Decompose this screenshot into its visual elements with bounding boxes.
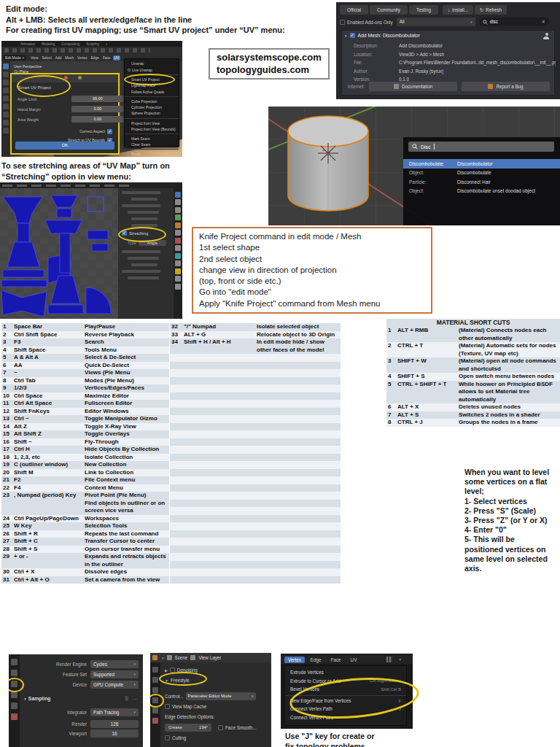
- uv-menu-item[interactable]: Cylinder Projection: [125, 104, 179, 111]
- chevron-down-icon: ▾: [23, 55, 25, 60]
- vertex-menu-item[interactable]: Connect Vertex Pairs: [285, 713, 406, 722]
- checkbox-icon[interactable]: [165, 704, 170, 709]
- workspace-tab[interactable]: Scripting: [86, 42, 99, 46]
- vertex-menu-item[interactable]: New Edge/Face from Vertices F: [285, 695, 406, 705]
- freestyle-row[interactable]: ▼Freestyle: [165, 678, 190, 683]
- vertex-menu-item[interactable]: Extrude Vertices: [285, 668, 406, 677]
- menu-tab[interactable]: Edge: [307, 657, 325, 663]
- ok-button[interactable]: OK: [15, 142, 114, 150]
- uv-menu-item[interactable]: Follow Active Quads: [125, 88, 179, 95]
- addon-tab[interactable]: Community: [370, 5, 408, 15]
- checkbox-icon[interactable]: [165, 735, 170, 740]
- field-value[interactable]: 66.00: [71, 96, 124, 102]
- uv-menu-item-label: Reset: [131, 152, 141, 156]
- shortcut-function: (Material) open all node commands and sh…: [458, 357, 560, 373]
- link-topologyguides[interactable]: topologyguides.com: [217, 64, 322, 77]
- field-value[interactable]: 0.00: [71, 106, 124, 112]
- menu-item[interactable]: View: [29, 55, 39, 61]
- dialog-check-row[interactable]: Correct Aspect ✓: [68, 128, 112, 135]
- row-number: 12: [1, 408, 13, 416]
- workspace-tab[interactable]: +: [106, 42, 108, 46]
- addon-enabled-checkbox[interactable]: ✓: [350, 33, 355, 38]
- close-icon[interactable]: ✕: [541, 18, 545, 26]
- mode-select[interactable]: Edit Mode▾: [3, 55, 26, 61]
- vertex-menu-item[interactable]: Extrude to Cursor or Add Ctrl Right Mous…: [285, 677, 406, 686]
- uv-menu-item[interactable]: Clear Seam: [125, 142, 179, 148]
- row-number: [170, 400, 183, 408]
- expand-triangle-icon[interactable]: ▾: [345, 34, 347, 38]
- install-button[interactable]: ↓Install...: [443, 5, 473, 15]
- search-result-row[interactable]: Particle: Disconnect Hair: [403, 177, 560, 187]
- property-select[interactable]: GPU Compute▾: [90, 681, 139, 689]
- culling-row[interactable]: Culling: [165, 735, 186, 740]
- uv-menu-item[interactable]: Cube Projection: [125, 96, 179, 104]
- uv-menu-item[interactable]: Live Unwrap: [125, 67, 179, 74]
- documentation-button[interactable]: Documentation: [369, 82, 457, 91]
- enabled-addons-checkbox[interactable]: Enabled Add-ons Only: [340, 20, 393, 25]
- menu-tab[interactable]: Vertex: [284, 657, 305, 663]
- vertex-menu-item[interactable]: Connect Vertex Path J: [285, 705, 406, 713]
- uv-menu-item[interactable]: Project from View (Bounds): [125, 125, 179, 132]
- checkbox-icon[interactable]: [340, 20, 345, 25]
- menu-item[interactable]: Face: [101, 55, 112, 61]
- uv-menu-item[interactable]: Sphere Projection: [125, 110, 179, 117]
- checked-checkbox-icon[interactable]: ✓: [122, 231, 127, 236]
- number-field[interactable]: 128: [90, 720, 139, 728]
- preset-list-icon[interactable]: ☰ ⋯: [125, 696, 139, 701]
- denoising-row[interactable]: ▶Denoising: [165, 667, 198, 673]
- checkbox-icon[interactable]: [170, 667, 175, 673]
- search-result-row[interactable]: Discombobulate: Discombobulator: [403, 159, 560, 169]
- property-select[interactable]: Supported▾: [90, 670, 139, 678]
- category-filter-select[interactable]: All▾: [397, 18, 475, 26]
- addon-tab[interactable]: Testing: [409, 5, 438, 15]
- checkbox-icon[interactable]: [218, 725, 223, 730]
- uv-menu-item[interactable]: Reset: [125, 149, 179, 157]
- workspace-tab[interactable]: Animation: [20, 42, 35, 46]
- uv-menu-item[interactable]: Project from View: [125, 118, 179, 126]
- addon-header[interactable]: ▾ ✓ Add Mesh: Discombobulator: [345, 33, 420, 38]
- addon-search-input[interactable]: disc ✕: [479, 18, 549, 26]
- search-result-row[interactable]: Object: Discombobulate unset doodad obje…: [403, 187, 560, 196]
- control-mode-select[interactable]: Parameter Editor Mode▾: [186, 692, 256, 700]
- field-value[interactable]: 0.00: [71, 116, 124, 123]
- stretching-toggle[interactable]: ✓ Stretching: [122, 231, 170, 236]
- cylinder-object[interactable]: [276, 108, 385, 225]
- vertex-menu-item[interactable]: Bevel Vertices Shift Ctrl B: [285, 685, 406, 694]
- search-result-row[interactable]: Object: Discombobulate: [403, 169, 560, 178]
- uv-menu-item[interactable]: Unwrap: [125, 61, 179, 67]
- chevron-down-icon: ▾: [133, 670, 136, 678]
- addon-tab[interactable]: Official: [340, 5, 368, 15]
- uv-menu-item[interactable]: Mark Seam: [125, 133, 179, 142]
- menu-item[interactable]: Vertex: [76, 55, 89, 61]
- uv-menu-item[interactable]: Smart UV Project: [125, 74, 179, 82]
- menu-item[interactable]: Mesh: [63, 55, 75, 61]
- collapsed-triangle-icon[interactable]: ▶: [165, 668, 168, 673]
- menu-item[interactable]: Add: [54, 55, 63, 61]
- viewport-search-input[interactable]: Disc: [408, 142, 554, 152]
- report-bug-button[interactable]: Report a Bug: [462, 82, 550, 91]
- view-map-cache-row[interactable]: View Map Cache: [165, 704, 207, 709]
- property-select[interactable]: Cycles▾: [90, 660, 139, 668]
- property-row: Device GPU Compute▾: [22, 681, 139, 689]
- link-solarsystemscope[interactable]: solarsystemscope.com: [217, 52, 322, 64]
- row-number: 8: [1, 377, 13, 385]
- sampling-section-header[interactable]: ▼ Sampling: [23, 696, 50, 701]
- menu-tab[interactable]: Face: [327, 657, 345, 663]
- expand-triangle-icon[interactable]: ▼: [165, 678, 168, 683]
- uv-menu-item[interactable]: Lightmap Pack: [125, 82, 179, 89]
- menu-item[interactable]: Select: [40, 55, 52, 61]
- workspace-tab[interactable]: Modeling: [42, 42, 55, 46]
- workspace-tab[interactable]: Compositing: [61, 42, 79, 46]
- menu-item[interactable]: UV: [113, 55, 121, 61]
- shortcut-key: Ctrl Space: [13, 392, 84, 400]
- checked-checkbox-icon[interactable]: ✓: [107, 129, 112, 134]
- control-mode-row: Control...Parameter Editor Mode▾: [165, 692, 256, 700]
- menu-tab[interactable]: UV: [347, 657, 361, 663]
- number-field[interactable]: 16: [90, 729, 139, 738]
- dialog-title: Smart UV Project: [18, 85, 51, 90]
- crease-angle-field[interactable]: Crease134°: [165, 724, 211, 732]
- shortcut-key: + or -: [13, 553, 84, 568]
- refresh-button[interactable]: ↻Refresh: [475, 5, 507, 15]
- integrator-select[interactable]: Path Tracing▾: [90, 708, 139, 716]
- menu-item[interactable]: Edge: [90, 55, 101, 61]
